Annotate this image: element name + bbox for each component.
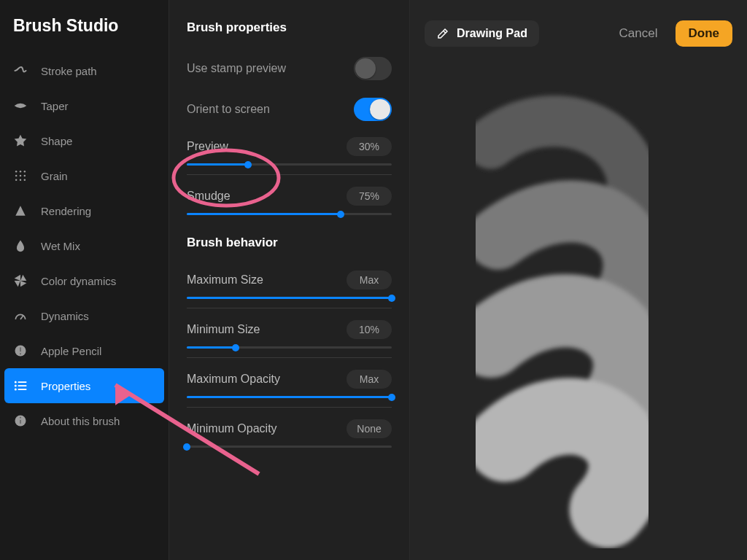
brush-stroke-preview [410,47,747,560]
drawing-pad-label: Drawing Pad [457,27,527,40]
sidebar-item-about[interactable]: About this brush [0,403,169,438]
slider-preview[interactable] [187,163,392,166]
svg-rect-18 [18,385,27,386]
svg-point-6 [24,175,26,177]
svg-point-5 [20,175,22,177]
svg-point-23 [20,417,21,419]
svg-marker-0 [15,135,27,147]
slider-value: None [347,419,392,438]
slider-label: Preview [187,140,228,153]
slider-minimum-opacity[interactable] [187,446,392,448]
slider-label: Maximum Size [187,273,263,287]
app-title: Brush Studio [0,16,169,53]
toggle-orient-to-screen[interactable] [354,98,392,121]
row-minimum-opacity: Minimum Opacity None [187,412,392,452]
stroke-path-icon [13,63,28,78]
preview-canvas[interactable] [410,47,747,560]
slider-value: 75% [347,187,392,206]
pinwheel-icon [13,273,28,288]
sidebar-item-apple-pencil[interactable]: Apple Pencil [0,333,169,368]
svg-point-14 [20,353,21,354]
sidebar-item-label: Taper [41,100,69,112]
sidebar-item-label: Rendering [41,205,91,217]
row-use-stamp-preview: Use stamp preview [187,48,392,89]
slider-label: Smudge [187,190,231,203]
sidebar-item-stroke-path[interactable]: Stroke path [0,53,169,88]
svg-rect-20 [18,389,27,390]
slider-value: Max [347,271,392,289]
section-brush-behavior: Brush behavior [187,236,392,250]
sidebar-nav: Stroke path Taper Shape [0,53,169,438]
sidebar-item-label: Color dynamics [41,275,116,287]
sidebar-item-rendering[interactable]: Rendering [0,193,169,228]
sidebar-item-taper[interactable]: Taper [0,88,169,123]
svg-rect-22 [20,419,21,424]
grain-icon [13,168,28,183]
svg-point-9 [24,179,26,182]
sidebar-item-label: About this brush [41,415,120,427]
rendering-icon [13,203,28,218]
svg-point-4 [15,175,18,177]
sidebar-item-label: Stroke path [41,65,97,77]
svg-point-8 [20,179,22,182]
svg-line-11 [20,315,23,319]
slider-label: Maximum Opacity [187,373,280,386]
sidebar-item-properties[interactable]: Properties [4,368,164,403]
section-brush-properties: Brush properties [187,20,392,35]
cancel-button[interactable]: Cancel [609,20,668,47]
slider-minimum-size[interactable] [187,346,392,349]
slider-label: Minimum Size [187,323,260,336]
speedometer-icon [13,308,28,323]
sidebar-item-grain[interactable]: Grain [0,158,169,193]
list-icon [13,378,28,393]
svg-point-17 [15,385,17,387]
sidebar-item-shape[interactable]: Shape [0,123,169,158]
slider-smudge[interactable] [187,213,392,215]
preview-toolbar: Drawing Pad Cancel Done [410,0,747,47]
droplet-icon [13,238,28,253]
svg-point-15 [15,381,17,384]
edit-icon [436,27,449,40]
shape-icon [13,133,28,148]
slider-maximum-size[interactable] [187,297,392,299]
svg-rect-13 [20,347,21,352]
row-preview: Preview 30% [187,130,392,170]
sidebar-item-dynamics[interactable]: Dynamics [0,298,169,333]
row-minimum-size: Minimum Size 10% [187,313,392,353]
sidebar-item-label: Grain [41,170,68,182]
app-root: Brush Studio Stroke path Taper Shape [0,0,747,560]
drawing-pad-button[interactable]: Drawing Pad [425,20,539,47]
row-maximum-size: Maximum Size Max [187,263,392,303]
preview-panel: Drawing Pad Cancel Done [410,0,747,560]
done-button[interactable]: Done [676,20,733,47]
sidebar: Brush Studio Stroke path Taper Shape [0,0,169,560]
settings-panel: Brush properties Use stamp preview Orien… [169,0,410,560]
svg-point-3 [24,171,26,173]
slider-value: Max [347,370,392,389]
svg-rect-16 [18,381,27,383]
row-orient-to-screen: Orient to screen [187,89,392,130]
taper-icon [13,98,28,113]
slider-value: 30% [347,137,392,156]
sidebar-item-label: Dynamics [41,310,89,322]
sidebar-item-label: Wet Mix [41,240,80,252]
sidebar-item-label: Properties [41,380,90,392]
sidebar-item-label: Shape [41,135,72,147]
toggle-label: Use stamp preview [187,62,286,75]
sidebar-item-label: Apple Pencil [41,345,101,357]
toggle-use-stamp-preview[interactable] [354,57,392,80]
svg-point-7 [15,179,18,182]
sidebar-item-wet-mix[interactable]: Wet Mix [0,228,169,263]
slider-maximum-opacity[interactable] [187,396,392,398]
sidebar-item-color-dynamics[interactable]: Color dynamics [0,263,169,298]
svg-point-2 [20,171,22,173]
svg-point-19 [15,389,17,391]
svg-point-1 [15,171,18,173]
pencil-icon [13,343,28,358]
row-maximum-opacity: Maximum Opacity Max [187,362,392,402]
info-icon [13,413,28,428]
slider-value: 10% [347,320,392,339]
toggle-label: Orient to screen [187,103,270,116]
row-smudge: Smudge 75% [187,179,392,219]
slider-label: Minimum Opacity [187,422,277,435]
